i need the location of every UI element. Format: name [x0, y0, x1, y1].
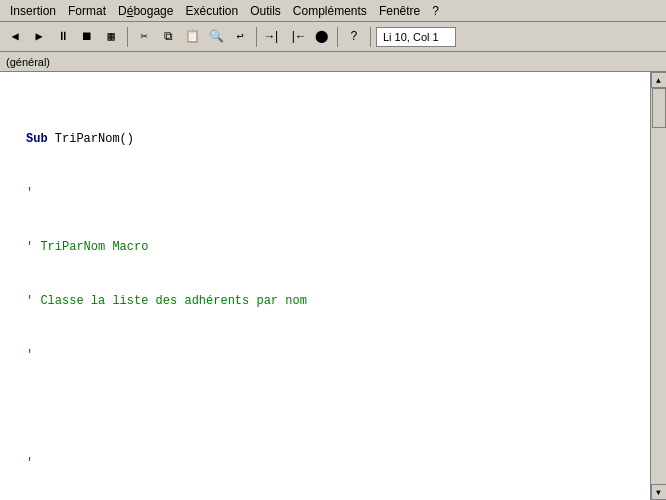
menu-complements[interactable]: Compléments [287, 2, 373, 20]
menu-debogage[interactable]: Débogage [112, 2, 179, 20]
btn-sheet[interactable]: ▦ [100, 26, 122, 48]
btn-find[interactable]: 🔍 [205, 26, 227, 48]
separator-2 [256, 27, 257, 47]
pause-icon: ⏸ [57, 29, 69, 44]
line-6 [14, 400, 658, 418]
separator-3 [337, 27, 338, 47]
btn-outdent[interactable]: |← [286, 26, 308, 48]
forward-icon: ▶ [35, 29, 42, 44]
line-4: ' Classe la liste des adhérents par nom [14, 292, 658, 310]
menu-outils-label: Outils [250, 4, 281, 18]
menu-insertion-label: Insertion [10, 4, 56, 18]
menubar: Insertion Format Débogage Exécution Outi… [0, 0, 666, 22]
scrollbar[interactable]: ▲ ▼ [650, 72, 666, 500]
line-1: Sub TriParNom() [14, 130, 658, 148]
btn-undo[interactable]: ↩ [229, 26, 251, 48]
btn-forward[interactable]: ▶ [28, 26, 50, 48]
back-icon: ◀ [11, 29, 18, 44]
undo-icon: ↩ [236, 29, 243, 44]
help-icon: ? [350, 30, 357, 44]
menu-format[interactable]: Format [62, 2, 112, 20]
line-2: ' [14, 184, 658, 202]
menu-debogage-label: Débogage [118, 4, 173, 18]
menu-fenetre-label: Fenêtre [379, 4, 420, 18]
menu-insertion[interactable]: Insertion [4, 2, 62, 20]
stop-icon: ⏹ [81, 29, 93, 44]
menu-format-label: Format [68, 4, 106, 18]
scroll-down-icon: ▼ [656, 488, 661, 497]
line-7: ' [14, 454, 658, 472]
outdent-icon: |← [290, 30, 304, 44]
menu-help-label: ? [432, 4, 439, 18]
cut-icon: ✂ [140, 29, 147, 44]
btn-paste[interactable]: 📋 [181, 26, 203, 48]
scroll-up-button[interactable]: ▲ [651, 72, 667, 88]
separator-4 [370, 27, 371, 47]
menu-execution-label: Exécution [185, 4, 238, 18]
btn-back[interactable]: ◀ [4, 26, 26, 48]
btn-pause[interactable]: ⏸ [52, 26, 74, 48]
line-5: ' [14, 346, 658, 364]
indicator-1 [14, 130, 22, 148]
sheet-icon: ▦ [107, 29, 114, 44]
menu-outils[interactable]: Outils [244, 2, 287, 20]
menu-execution[interactable]: Exécution [179, 2, 244, 20]
copy-icon: ⧉ [164, 30, 173, 44]
code-editor[interactable]: Sub TriParNom() ' ' TriParNom Macro ' Cl… [0, 72, 666, 500]
find-icon: 🔍 [209, 29, 224, 44]
scrollbar-thumb[interactable] [652, 88, 666, 128]
modulebar: (général) [0, 52, 666, 72]
menu-complements-label: Compléments [293, 4, 367, 18]
btn-copy[interactable]: ⧉ [157, 26, 179, 48]
btn-indent[interactable]: →| [262, 26, 284, 48]
line-3: ' TriParNom Macro [14, 238, 658, 256]
location-display: Li 10, Col 1 [376, 27, 456, 47]
btn-stop[interactable]: ⏹ [76, 26, 98, 48]
separator-1 [127, 27, 128, 47]
menu-fenetre[interactable]: Fenêtre [373, 2, 426, 20]
toolbar: ◀ ▶ ⏸ ⏹ ▦ ✂ ⧉ 📋 🔍 ↩ →| |← ⬤ ? Li 10, Col… [0, 22, 666, 52]
btn-cut[interactable]: ✂ [133, 26, 155, 48]
btn-breakpoint[interactable]: ⬤ [310, 26, 332, 48]
scroll-down-button[interactable]: ▼ [651, 484, 667, 500]
breakpoint-icon: ⬤ [315, 29, 328, 44]
module-name: (général) [6, 56, 50, 68]
menu-help[interactable]: ? [426, 2, 445, 20]
scroll-up-icon: ▲ [656, 76, 661, 85]
paste-icon: 📋 [185, 29, 200, 44]
scrollbar-track[interactable] [651, 88, 666, 484]
code-content: Sub TriParNom() ' ' TriParNom Macro ' Cl… [0, 72, 666, 500]
btn-help[interactable]: ? [343, 26, 365, 48]
indent-icon: →| [266, 30, 280, 44]
